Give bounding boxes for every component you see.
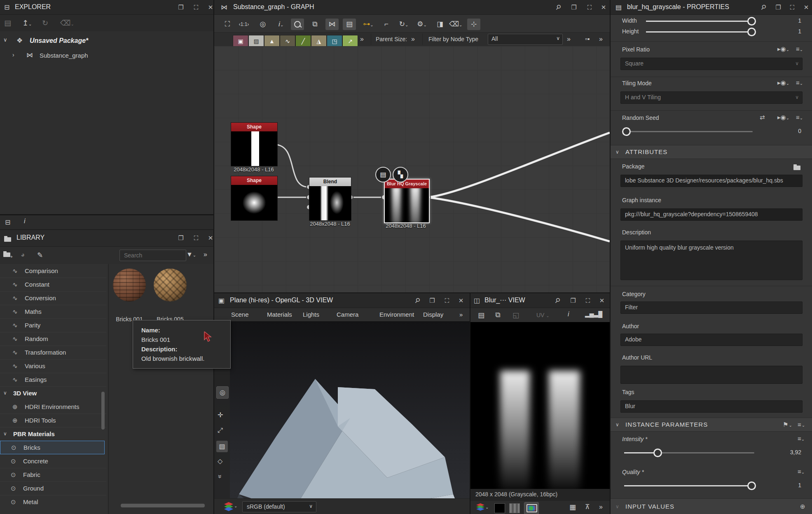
library-category[interactable]: ∿Transformation xyxy=(0,346,106,360)
chevron-down-icon[interactable]: ∨ xyxy=(3,37,7,43)
info-tab-icon[interactable]: i xyxy=(24,217,26,225)
material-thumbnail[interactable] xyxy=(154,269,187,301)
layers-color-icon[interactable] xyxy=(476,503,484,512)
pin-icon[interactable]: ⚲ xyxy=(550,294,564,308)
fit-view-icon[interactable]: ⛶ xyxy=(221,19,234,30)
category-input[interactable]: Filter xyxy=(620,301,803,314)
library-item-fabric[interactable]: ⊙Fabric xyxy=(0,468,106,482)
bookmark-preset-icon[interactable]: ⚑⌄ xyxy=(783,418,793,432)
library-item-hdri-environments[interactable]: ⊕HDRI Environments xyxy=(0,400,106,414)
grid-icon[interactable]: ▦ xyxy=(569,503,576,512)
float-icon[interactable]: ❐ xyxy=(569,3,579,12)
graph-name[interactable]: Substance_graph xyxy=(40,52,88,59)
pie-add-icon[interactable]: ◕ xyxy=(21,251,25,259)
library-category[interactable]: ∿Various xyxy=(0,359,106,373)
edit-pencil-icon[interactable]: ✎ xyxy=(37,251,43,259)
rotate-icon[interactable]: ↻⌄ xyxy=(397,19,410,30)
expose-function-icon[interactable]: ▸◉⌄ xyxy=(777,79,789,86)
graph-row[interactable]: › ⋈ Substance_graph xyxy=(0,50,213,63)
more-chevrons-icon[interactable]: » xyxy=(216,475,224,479)
library-category[interactable]: ∿Maths xyxy=(0,305,106,319)
search-icon[interactable] xyxy=(291,19,304,30)
view3d-viewport[interactable]: ◎ ✛ ⤢ ▧ ◇ » xyxy=(214,321,470,498)
menu-camera[interactable]: Camera xyxy=(337,308,358,321)
quality-slider[interactable] xyxy=(624,485,754,486)
options-menu-icon[interactable]: ≡⌄ xyxy=(796,45,803,52)
screenshot-camera-icon[interactable]: ◎ xyxy=(256,19,269,30)
menu-materials[interactable]: Materials xyxy=(267,308,292,321)
colorspace-select[interactable]: sRGB (default) ∨ xyxy=(242,501,316,512)
float-icon[interactable]: ❐ xyxy=(427,296,438,305)
library-item-concrete[interactable]: ⊙Concrete xyxy=(0,454,106,468)
maximize-icon[interactable]: ⛶ xyxy=(191,234,201,243)
node-shortcut-normal[interactable]: ↗ xyxy=(342,35,358,47)
library-section-3d-view[interactable]: ∨3D View xyxy=(0,386,106,400)
info-icon[interactable]: i⌄ xyxy=(274,19,288,30)
rotate-cube-icon[interactable]: ◇ xyxy=(218,457,222,465)
expose-function-icon[interactable]: ▸◉⌄ xyxy=(777,45,789,53)
shuffle-icon[interactable]: ⇄ xyxy=(760,114,765,121)
scale-cube-icon[interactable]: ▧ xyxy=(216,441,228,452)
width-value[interactable]: 1 xyxy=(777,17,801,24)
maximize-icon[interactable]: ⛶ xyxy=(787,3,798,12)
shape-node-2[interactable]: Shape xyxy=(231,176,278,221)
library-item-metal[interactable]: ⊙Metal xyxy=(0,495,106,509)
export-icon[interactable]: ↥⌄ xyxy=(22,19,32,28)
add-plus-icon[interactable]: ⊕ xyxy=(800,499,806,514)
copy-icon[interactable]: ⧉ xyxy=(495,311,500,319)
more-chevrons-icon[interactable]: » xyxy=(599,35,603,43)
menu-scene[interactable]: Scene xyxy=(231,308,249,321)
material-thumbnail[interactable] xyxy=(113,269,146,301)
maximize-icon[interactable]: ⛶ xyxy=(583,296,593,305)
maximize-icon[interactable]: ⛶ xyxy=(584,3,595,12)
quality-value[interactable]: 1 xyxy=(777,482,801,488)
library-category[interactable]: ∿Random xyxy=(0,332,106,346)
node-shortcut-transform[interactable]: ◳ xyxy=(327,35,342,47)
options-menu-icon[interactable]: ≡⌄ xyxy=(796,114,803,121)
library-category[interactable]: ∿Easings xyxy=(0,373,106,387)
more-chevrons-icon[interactable]: » xyxy=(411,35,415,43)
save-icon[interactable]: ▤ xyxy=(4,19,11,28)
more-chevrons-icon[interactable]: » xyxy=(567,35,571,43)
link-node-icon[interactable]: ⧉ xyxy=(308,19,321,30)
library-category[interactable]: ∿Constant xyxy=(0,278,106,292)
options-menu-icon[interactable]: ≡⌄ xyxy=(798,468,805,475)
package-name[interactable]: Unsaved Package* xyxy=(30,37,88,44)
library-item-hdri-tools[interactable]: ⊕HDRI Tools xyxy=(0,414,106,428)
close-icon[interactable]: ✕ xyxy=(456,296,466,305)
pin-icon[interactable]: ⚲ xyxy=(410,294,424,308)
usage-checker-badge[interactable]: ▚ xyxy=(393,167,408,182)
zoom-1-1-icon[interactable]: ‹1:1› xyxy=(237,19,250,30)
pixel-ratio-select[interactable]: Square ∨ xyxy=(620,58,803,70)
node-shortcut-blur[interactable]: ▲ xyxy=(264,35,280,47)
library-category[interactable]: ∿Comparison xyxy=(0,264,106,278)
options-menu-icon[interactable]: ≡⌄ xyxy=(798,435,805,442)
close-icon[interactable]: ✕ xyxy=(598,3,609,12)
close-icon[interactable]: ✕ xyxy=(205,234,213,243)
library-category[interactable]: ∿Conversion xyxy=(0,291,106,305)
library-section-pbr-materials[interactable]: ∨PBR Materials xyxy=(0,427,106,441)
menu-environment[interactable]: Environment xyxy=(379,308,414,321)
tags-input[interactable]: Blur xyxy=(620,400,803,413)
more-chevrons-icon[interactable]: » xyxy=(204,251,207,258)
camera-tool-icon[interactable]: ◎ xyxy=(216,386,229,399)
create-link-icon[interactable]: ⌐ xyxy=(380,19,393,30)
random-seed-slider[interactable] xyxy=(625,131,753,132)
output-document-badge[interactable]: ▤ xyxy=(375,167,391,182)
background-grey-swatch[interactable] xyxy=(509,503,520,513)
node-pair-icon[interactable]: ▫▪ xyxy=(585,35,590,43)
thumbnail-display-icon[interactable]: ◨ xyxy=(433,19,447,30)
view2d-viewport[interactable] xyxy=(470,322,610,489)
maximize-icon[interactable]: ⛶ xyxy=(442,296,452,305)
intensity-slider[interactable] xyxy=(624,452,754,453)
blur-hq-grayscale-node[interactable]: Blur HQ Grayscale xyxy=(384,179,430,223)
gizmo-axis-icon[interactable]: ✛ xyxy=(218,411,223,419)
filter-node-type-select[interactable]: All ∨ xyxy=(488,34,563,45)
library-item-bricks[interactable]: ⊙Bricks xyxy=(0,441,105,454)
snap-grid-icon[interactable]: ⊹ xyxy=(467,19,480,30)
clean-icon[interactable]: ⌫⌄ xyxy=(60,19,74,28)
open-folder-icon[interactable] xyxy=(793,164,800,171)
more-chevrons-icon[interactable]: » xyxy=(599,503,603,511)
menu-lights[interactable]: Lights xyxy=(303,308,319,321)
filter-funnel-icon[interactable]: ▼⌄ xyxy=(186,251,196,258)
